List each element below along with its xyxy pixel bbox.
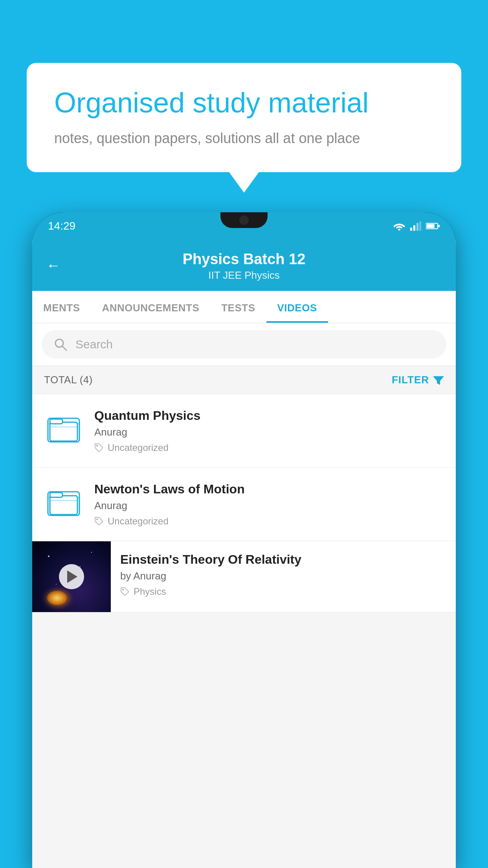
search-placeholder: Search <box>75 338 113 351</box>
filter-bar: TOTAL (4) FILTER <box>32 366 456 394</box>
video-title: Quantum Physics <box>94 408 444 423</box>
video-author: by Anurag <box>120 570 446 582</box>
tab-ments[interactable]: MENTS <box>32 291 91 323</box>
app-screen: ← Physics Batch 12 IIT JEE Physics MENTS… <box>32 240 456 868</box>
svg-rect-13 <box>50 422 77 441</box>
tab-videos[interactable]: VIDEOS <box>266 291 328 323</box>
svg-rect-14 <box>50 419 62 424</box>
list-item[interactable]: Einstein's Theory Of Relativity by Anura… <box>32 541 456 612</box>
signal-icon <box>410 221 421 231</box>
subtext-label: notes, question papers, solutions all at… <box>54 130 434 147</box>
tab-announcements[interactable]: ANNOUNCEMENTS <box>91 291 211 323</box>
svg-point-20 <box>97 519 98 520</box>
svg-rect-1 <box>410 228 412 231</box>
list-item[interactable]: Newton's Laws of Motion Anurag Uncategor… <box>32 468 456 541</box>
list-item[interactable]: Quantum Physics Anurag Uncategorized <box>32 394 456 468</box>
video-info-1: Quantum Physics Anurag Uncategorized <box>94 408 444 453</box>
play-button[interactable] <box>59 564 84 589</box>
filter-icon <box>433 375 444 386</box>
filter-button[interactable]: FILTER <box>392 374 444 386</box>
search-input-wrap[interactable]: Search <box>42 330 446 359</box>
phone-frame: 14:29 ← <box>32 212 456 868</box>
video-thumbnail-3 <box>32 541 111 612</box>
folder-icon <box>46 410 81 446</box>
tag-icon <box>94 443 104 452</box>
tab-tests[interactable]: TESTS <box>210 291 266 323</box>
status-icons <box>393 221 440 231</box>
video-author: Anurag <box>94 500 444 512</box>
tag-icon <box>120 587 130 596</box>
notch <box>220 212 268 228</box>
svg-rect-3 <box>416 223 418 231</box>
camera <box>239 215 249 225</box>
video-title: Einstein's Theory Of Relativity <box>120 552 446 567</box>
search-icon <box>53 337 68 351</box>
svg-rect-19 <box>50 493 62 497</box>
headline-text: Organised study material <box>54 86 434 119</box>
status-bar: 14:29 <box>32 212 456 240</box>
video-tag: Physics <box>120 586 446 597</box>
wifi-icon <box>393 221 405 231</box>
video-title: Newton's Laws of Motion <box>94 482 444 497</box>
tag-icon <box>94 517 104 526</box>
video-tag: Uncategorized <box>94 442 444 453</box>
back-button[interactable]: ← <box>46 257 61 274</box>
video-info-2: Newton's Laws of Motion Anurag Uncategor… <box>94 482 444 527</box>
video-info-3: Einstein's Theory Of Relativity by Anura… <box>111 541 456 608</box>
video-thumb-1 <box>44 408 83 448</box>
video-list: Quantum Physics Anurag Uncategorized <box>32 394 456 612</box>
video-tag: Uncategorized <box>94 516 444 527</box>
video-thumb-2 <box>44 482 83 521</box>
page-subtitle: IIT JEE Physics <box>208 269 280 281</box>
svg-rect-4 <box>419 221 421 231</box>
svg-line-9 <box>62 346 66 350</box>
total-count: TOTAL (4) <box>44 374 93 386</box>
battery-icon <box>426 222 440 230</box>
search-bar: Search <box>32 323 456 366</box>
svg-rect-18 <box>50 496 77 515</box>
svg-point-21 <box>123 589 124 590</box>
svg-rect-6 <box>427 224 435 228</box>
speech-bubble-section: Organised study material notes, question… <box>27 63 461 172</box>
svg-point-15 <box>97 445 98 447</box>
status-time: 14:29 <box>48 220 75 232</box>
svg-point-0 <box>398 229 400 231</box>
speech-bubble-card: Organised study material notes, question… <box>27 63 461 172</box>
play-triangle-icon <box>67 570 77 583</box>
svg-marker-10 <box>433 376 444 385</box>
app-header: ← Physics Batch 12 IIT JEE Physics <box>32 240 456 291</box>
folder-icon <box>46 484 81 519</box>
svg-rect-7 <box>438 225 440 227</box>
tabs-bar: MENTS ANNOUNCEMENTS TESTS VIDEOS <box>32 291 456 323</box>
page-title: Physics Batch 12 <box>183 251 306 268</box>
video-author: Anurag <box>94 426 444 438</box>
svg-rect-2 <box>413 225 415 231</box>
